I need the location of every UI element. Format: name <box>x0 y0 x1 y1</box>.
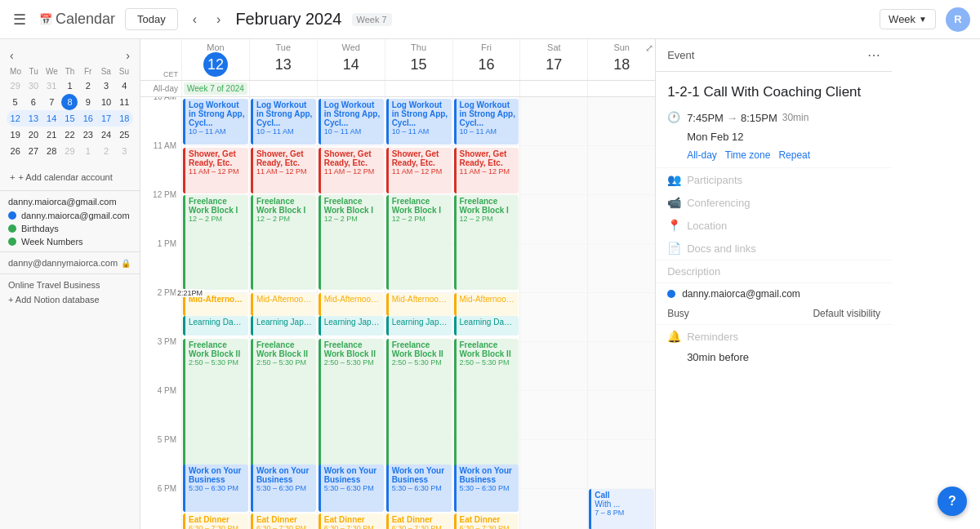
event-shower-mon[interactable]: Shower, Get Ready, Etc. 11 AM – 12 PM <box>183 148 248 193</box>
event-dinner-wed[interactable]: Eat Dinner 6:30 – 7:30 PM <box>318 513 384 529</box>
event-japanese-thu[interactable]: Learning Japanese <box>386 316 452 336</box>
day-num[interactable]: 18 <box>609 52 634 77</box>
conferencing-label[interactable]: Conferencing <box>687 197 750 209</box>
mini-day[interactable]: 13 <box>25 110 42 127</box>
next-nav-button[interactable]: › <box>212 9 225 30</box>
event-freelance1-wed[interactable]: Freelance Work Block I 12 – 2 PM <box>318 195 384 290</box>
add-notion-button[interactable]: + Add Notion database <box>0 292 140 307</box>
mini-day[interactable]: 15 <box>61 110 78 127</box>
all-day-cell-sun[interactable] <box>587 81 655 96</box>
day-num[interactable]: 16 <box>474 52 498 77</box>
all-day-cell-wed[interactable] <box>317 81 385 96</box>
all-day-event[interactable]: Week 7 of 2024 <box>184 82 247 95</box>
event-freelance1-tue[interactable]: Freelance Work Block I 12 – 2 PM <box>251 195 316 290</box>
mini-day[interactable]: 11 <box>116 94 132 110</box>
event-dinner-tue[interactable]: Eat Dinner 6:30 – 7:30 PM <box>251 513 316 529</box>
event-freelance1-fri[interactable]: Freelance Work Block I 12 – 2 PM <box>454 195 519 290</box>
mini-day[interactable]: 21 <box>43 127 60 143</box>
mini-cal-next[interactable]: › <box>122 47 133 64</box>
event-freelance1-thu[interactable]: Freelance Work Block I 12 – 2 PM <box>386 195 452 290</box>
day-col-sun[interactable]: Call With ... 7 – 8 PM <box>587 97 655 529</box>
time-zone-link[interactable]: Time zone <box>725 149 771 161</box>
event-break-thu[interactable]: Mid-Afternoon Brea... <box>386 293 452 316</box>
all-day-cell-sat[interactable] <box>519 81 587 96</box>
mini-day[interactable]: 31 <box>43 78 60 94</box>
event-shower-wed[interactable]: Shower, Get Ready, Etc. 11 AM – 12 PM <box>318 148 384 193</box>
mini-day[interactable]: 27 <box>25 143 42 159</box>
mini-day[interactable]: 3 <box>98 78 114 94</box>
mini-day[interactable]: 22 <box>61 127 78 143</box>
description-label[interactable]: Description <box>667 265 720 278</box>
mini-day[interactable]: 20 <box>25 127 42 143</box>
mini-day[interactable]: 17 <box>98 110 114 127</box>
mini-day[interactable]: 14 <box>43 110 60 127</box>
day-header-wed[interactable]: Wed 14 <box>317 39 385 80</box>
day-num[interactable]: 12 <box>203 52 228 77</box>
sidebar-calendar-item-main[interactable]: danny.maiorca@gmail.com <box>0 209 140 222</box>
event-log-workout-thu[interactable]: Log Workout in Strong App, Cycl... 10 – … <box>386 99 452 144</box>
mini-day[interactable]: 28 <box>43 143 60 159</box>
view-selector[interactable]: Week ▼ <box>880 9 936 29</box>
all-day-link[interactable]: All-day <box>687 149 717 161</box>
event-shower-thu[interactable]: Shower, Get Ready, Etc. 11 AM – 12 PM <box>386 148 452 193</box>
mini-cal-prev[interactable]: ‹ <box>7 47 17 64</box>
all-day-cell-thu[interactable] <box>385 81 452 96</box>
event-dinner-thu[interactable]: Eat Dinner 6:30 – 7:30 PM <box>386 513 452 529</box>
all-day-cell-fri[interactable] <box>452 81 520 96</box>
event-business-fri[interactable]: Work on Your Business 5:30 – 6:30 PM <box>454 465 519 512</box>
event-log-workout-wed[interactable]: Log Workout in Strong App, Cycl... 10 – … <box>318 99 384 144</box>
mini-day[interactable]: 2 <box>98 143 114 159</box>
location-label[interactable]: Location <box>687 220 727 232</box>
day-col-fri[interactable]: Log Workout in Strong App, Cycl... 10 – … <box>452 97 520 529</box>
prev-nav-button[interactable]: ‹ <box>188 9 202 30</box>
mini-day[interactable]: 18 <box>116 110 132 127</box>
day-num[interactable]: 15 <box>407 52 431 77</box>
day-col-wed[interactable]: Log Workout in Strong App, Cycl... 10 – … <box>317 97 385 529</box>
event-danish-fri[interactable]: Learning Danish 2... <box>454 316 519 336</box>
day-col-mon[interactable]: Log Workout in Strong App, Cycl... 10 – … <box>181 97 249 529</box>
event-break-wed[interactable]: Mid-Afternoon Brea... <box>318 293 384 316</box>
docs-label[interactable]: Docs and links <box>687 242 756 255</box>
mini-day[interactable]: 10 <box>98 94 114 110</box>
all-day-cell-tue[interactable] <box>249 81 317 96</box>
day-col-sat[interactable] <box>519 97 587 529</box>
day-header-sat[interactable]: Sat 17 <box>519 39 587 80</box>
day-col-thu[interactable]: Log Workout in Strong App, Cycl... 10 – … <box>385 97 452 529</box>
event-dinner-mon[interactable]: Eat Dinner 6:30 – 7:30 PM <box>183 513 248 529</box>
mini-day[interactable]: 16 <box>80 110 96 127</box>
event-business-tue[interactable]: Work on Your Business 5:30 – 6:30 PM <box>251 465 316 512</box>
mini-day[interactable]: 1 <box>80 143 96 159</box>
mini-day[interactable]: 1 <box>61 78 78 94</box>
panel-more-button[interactable]: ⋯ <box>867 47 880 63</box>
sidebar-calendar-week-numbers[interactable]: Week Numbers <box>0 235 140 248</box>
day-num[interactable]: 14 <box>339 52 363 77</box>
reminders-label[interactable]: Reminders <box>687 331 738 343</box>
mini-day[interactable]: 5 <box>7 94 24 110</box>
mini-day[interactable]: 7 <box>43 94 60 110</box>
event-danish-mon[interactable]: Learning Danish 2... <box>183 316 248 336</box>
day-num[interactable]: 17 <box>541 52 566 77</box>
event-business-wed[interactable]: Work on Your Business 5:30 – 6:30 PM <box>318 465 384 512</box>
day-num[interactable]: 13 <box>271 52 296 77</box>
mini-day[interactable]: 30 <box>25 78 42 94</box>
menu-icon[interactable]: ☰ <box>10 7 29 32</box>
event-business-mon[interactable]: Work on Your Business 5:30 – 6:30 PM <box>183 465 248 512</box>
event-break-fri[interactable]: Mid-Afternoon Brea... <box>454 293 519 316</box>
sidebar-calendar-birthdays[interactable]: Birthdays <box>0 222 140 235</box>
day-col-tue[interactable]: Log Workout in Strong App, Cycl... 10 – … <box>249 97 317 529</box>
expand-icon[interactable]: ⤢ <box>645 42 653 54</box>
mini-day[interactable]: 2 <box>80 78 96 94</box>
event-call-sun[interactable]: Call With ... 7 – 8 PM <box>589 489 654 529</box>
event-log-workout-fri[interactable]: Log Workout in Strong App, Cycl... 10 – … <box>454 99 519 144</box>
event-japanese-tue[interactable]: Learning Japanese <box>251 316 316 336</box>
avatar[interactable]: R <box>946 7 970 32</box>
help-button[interactable]: ? <box>938 487 967 516</box>
mini-day[interactable]: 29 <box>61 143 78 159</box>
event-freelance2-thu[interactable]: Freelance Work Block II 2:50 – 5:30 PM <box>386 339 452 469</box>
participants-label[interactable]: Participants <box>687 174 742 186</box>
event-log-workout-mon[interactable]: Log Workout in Strong App, Cycl... 10 – … <box>183 99 248 144</box>
mini-day[interactable]: 3 <box>116 143 132 159</box>
event-freelance2-wed[interactable]: Freelance Work Block II 2:50 – 5:30 PM <box>318 339 384 469</box>
event-japanese-wed[interactable]: Learning Japanese <box>318 316 384 336</box>
all-day-cell-mon[interactable]: Week 7 of 2024 <box>181 81 249 96</box>
